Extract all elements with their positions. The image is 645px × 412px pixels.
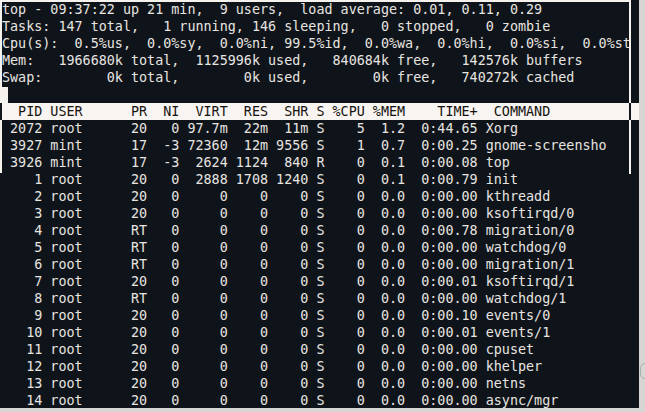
top-summary-block: top - 09:37:22 up 21 min, 9 users, load … [2,1,631,86]
desktop-edge-right [639,0,645,412]
summary-uptime-line: top - 09:37:22 up 21 min, 9 users, load … [2,1,631,18]
summary-swap-line: Swap: 0k total, 0k used, 0k free, 740272… [2,69,631,86]
selection-border-left [0,0,2,173]
table-header-text: PID USER PR NI VIRT RES SHR S %CPU %MEM … [2,103,550,120]
table-row: 3926 mint 17 -3 2624 1124 840 R 0 0.1 0:… [2,154,607,171]
process-table: 2072 root 20 0 97.7m 22m 11m S 5 1.2 0:4… [2,120,607,409]
table-row: 10 root 20 0 0 0 0 S 0 0.0 0:00.01 event… [2,324,607,341]
selection-border-right-inverted [629,103,631,120]
summary-mem-line: Mem: 1966680k total, 1125996k used, 8406… [2,52,631,69]
table-row: 9 root 20 0 0 0 0 S 0 0.0 0:00.10 events… [2,307,607,324]
table-row: 2 root 20 0 0 0 0 S 0 0.0 0:00.00 kthrea… [2,188,607,205]
table-row: 14 root 20 0 0 0 0 S 0 0.0 0:00.00 async… [2,392,607,409]
table-row: 6 root RT 0 0 0 0 S 0 0.0 0:00.00 migrat… [2,256,607,273]
selection-border-left-inverted [0,103,2,120]
table-row: 1 root 20 0 2888 1708 1240 S 0 0.1 0:00.… [2,171,607,188]
selection-border-right [629,0,631,174]
table-row: 4 root RT 0 0 0 0 S 0 0.0 0:00.78 migrat… [2,222,607,239]
summary-cpu-line: Cpu(s): 0.5%us, 0.0%sy, 0.0%ni, 99.5%id,… [2,35,631,52]
table-row: 7 root 20 0 0 0 0 S 0 0.0 0:00.01 ksofti… [2,273,607,290]
table-row: 8 root RT 0 0 0 0 S 0 0.0 0:00.00 watchd… [2,290,607,307]
selection-border-top [0,0,631,2]
background-widget-outline [640,363,645,379]
table-row: 13 root 20 0 0 0 0 S 0 0.0 0:00.00 netns [2,375,607,392]
terminal-window[interactable]: top - 09:37:22 up 21 min, 9 users, load … [0,0,645,412]
table-header-row: PID USER PR NI VIRT RES SHR S %CPU %MEM … [0,103,639,120]
table-row: 11 root 20 0 0 0 0 S 0 0.0 0:00.00 cpuse… [2,341,607,358]
summary-tasks-line: Tasks: 147 total, 1 running, 146 sleepin… [2,18,631,35]
table-row: 12 root 20 0 0 0 0 S 0 0.0 0:00.00 khelp… [2,358,607,375]
table-row: 3 root 20 0 0 0 0 S 0 0.0 0:00.00 ksofti… [2,205,607,222]
table-row: 5 root RT 0 0 0 0 S 0 0.0 0:00.00 watchd… [2,239,607,256]
table-row: 2072 root 20 0 97.7m 22m 11m S 5 1.2 0:4… [2,120,607,137]
desktop-edge-bottom [0,408,645,412]
table-row: 3927 mint 17 -3 72360 12m 9556 S 1 0.7 0… [2,137,607,154]
